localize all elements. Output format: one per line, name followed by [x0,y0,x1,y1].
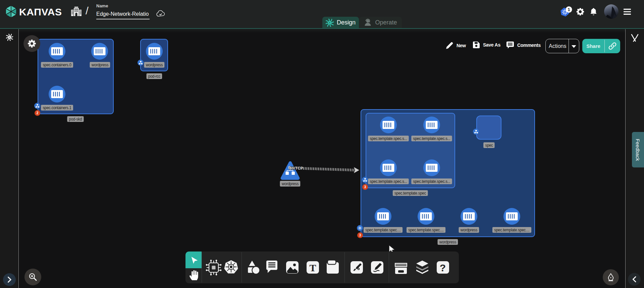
svg-text:1: 1 [568,7,570,12]
svg-text:T: T [309,262,316,273]
svg-text:?: ? [440,262,446,273]
svg-text:80/TCP: 80/TCP [289,166,303,170]
